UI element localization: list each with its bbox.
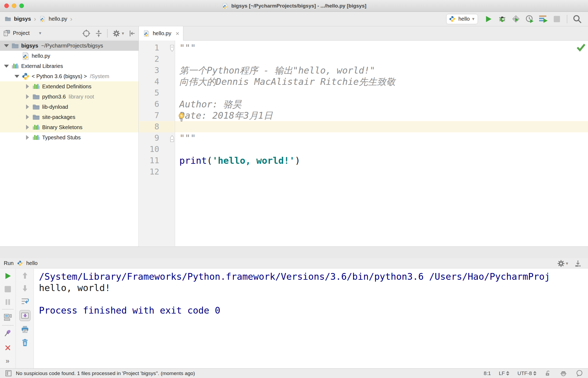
- window-title-icon: [222, 3, 228, 9]
- tree-label: python3.6: [42, 94, 66, 100]
- hide-panel-button[interactable]: [127, 28, 136, 38]
- tree-collapsed-arrow-icon[interactable]: [23, 94, 32, 99]
- run-button[interactable]: [484, 14, 493, 24]
- toolbar-divider: [567, 15, 567, 23]
- navigation-bar: bigsys › hello.py › hello ▾: [0, 12, 588, 26]
- project-tool-window: Project ▾ ▾ bigsys~/PycharmProjects/bigs…: [0, 26, 139, 246]
- project-tool-icon: [3, 30, 10, 37]
- run-configuration-selector[interactable]: hello ▾: [446, 14, 478, 24]
- tree-expanded-arrow-icon[interactable]: [13, 75, 21, 78]
- tree-collapsed-arrow-icon[interactable]: [23, 104, 32, 109]
- clear-all-button[interactable]: [21, 339, 29, 347]
- feedback-bubble-icon[interactable]: [575, 369, 583, 377]
- tree-collapsed-arrow-icon[interactable]: [23, 125, 32, 130]
- up-stack-trace-button[interactable]: [21, 271, 29, 279]
- search-everywhere-button[interactable]: [572, 14, 582, 24]
- down-stack-trace-button[interactable]: [21, 284, 29, 292]
- tree-collapsed-arrow-icon[interactable]: [23, 84, 32, 89]
- project-panel-title[interactable]: Project: [13, 30, 30, 36]
- tree-row[interactable]: hello.py: [0, 51, 139, 61]
- run-config-name[interactable]: hello: [26, 260, 38, 266]
- breadcrumb: bigsys › hello.py ›: [4, 12, 73, 26]
- line-number: 3: [154, 66, 159, 75]
- console-line: /System/Library/Frameworks/Python.framew…: [39, 271, 588, 282]
- pin-tab-button[interactable]: [4, 329, 12, 337]
- encoding-widget[interactable]: UTF-8: [517, 370, 536, 376]
- tree-collapsed-arrow-icon[interactable]: [23, 115, 32, 119]
- restore-layout-button[interactable]: [3, 313, 12, 322]
- settings-button[interactable]: [556, 259, 566, 268]
- settings-button[interactable]: [111, 28, 121, 38]
- code-line[interactable]: 第一个Python程序 - 输出"hello, world!": [175, 65, 588, 76]
- breadcrumb-item-file[interactable]: hello.py: [49, 16, 67, 22]
- breadcrumb-item-project[interactable]: bigsys: [14, 16, 31, 22]
- profiler-button[interactable]: [525, 14, 534, 24]
- hector-inspection-icon[interactable]: [560, 369, 567, 377]
- status-message: No suspicious code found. 1 files proces…: [16, 370, 195, 376]
- intention-bulb-icon[interactable]: [178, 112, 185, 123]
- code-line[interactable]: """: [175, 132, 588, 144]
- caret-position-widget[interactable]: 8:1: [484, 370, 491, 376]
- code-line[interactable]: Author: 骆昊: [175, 99, 588, 110]
- tree-row[interactable]: External Libraries: [0, 61, 139, 71]
- gutter-line: 1: [139, 42, 175, 53]
- console-line: [39, 293, 588, 305]
- code-line[interactable]: [175, 87, 588, 99]
- library-icon: [32, 82, 40, 90]
- more-options-button[interactable]: »: [6, 357, 10, 365]
- editor-tab-hello-py[interactable]: hello.py ×: [139, 26, 183, 41]
- tree-row[interactable]: site-packages: [0, 112, 139, 122]
- tree-label: site-packages: [42, 114, 75, 120]
- collapse-all-button[interactable]: [94, 28, 103, 38]
- debug-button[interactable]: [497, 14, 507, 24]
- toolwindow-toggle-icon[interactable]: [5, 370, 12, 377]
- code-line[interactable]: 向伟大的Dennis MacAlistair Ritchie先生致敬: [175, 76, 588, 87]
- tree-row[interactable]: python3.6library root: [0, 92, 139, 102]
- inspections-ok-icon[interactable]: [576, 43, 586, 53]
- window-titlebar: bigsys [~/PycharmProjects/bigsys] - .../…: [0, 0, 588, 12]
- run-with-coverage-button[interactable]: [511, 14, 521, 24]
- splitter-band[interactable]: [0, 246, 588, 258]
- stop-button[interactable]: [552, 14, 562, 24]
- pause-output-button[interactable]: [4, 298, 12, 306]
- tree-row[interactable]: Binary Skeletons: [0, 122, 139, 132]
- python-icon: [449, 16, 455, 22]
- code-line[interactable]: [175, 144, 588, 155]
- locate-file-button[interactable]: [81, 28, 91, 38]
- code-segment: Author: 骆昊: [179, 99, 242, 110]
- console-output[interactable]: /System/Library/Frameworks/Python.framew…: [34, 269, 588, 368]
- tree-collapsed-arrow-icon[interactable]: [23, 135, 32, 140]
- tree-expanded-arrow-icon[interactable]: [2, 65, 11, 68]
- code-line[interactable]: [175, 166, 588, 177]
- tree-row[interactable]: < Python 3.6 (bigsys) >/System: [0, 71, 139, 81]
- print-button[interactable]: [21, 325, 29, 333]
- hide-panel-button[interactable]: [573, 259, 583, 268]
- run-settings-group: ▾: [556, 259, 568, 268]
- tree-expanded-arrow-icon[interactable]: [2, 44, 11, 47]
- tree-row[interactable]: Typeshed Stubs: [0, 132, 139, 143]
- gutter-line: 3: [139, 65, 175, 76]
- code-area[interactable]: """第一个Python程序 - 输出"hello, world!"向伟大的De…: [175, 41, 588, 246]
- tree-row[interactable]: Extended Definitions: [0, 81, 139, 92]
- tree-row[interactable]: lib-dynload: [0, 102, 139, 112]
- code-line[interactable]: """: [175, 42, 588, 53]
- close-tab-icon[interactable]: ×: [176, 30, 179, 37]
- rerun-button[interactable]: [4, 272, 12, 280]
- code-line[interactable]: Date: 2018年3月1日: [175, 110, 588, 121]
- concurrency-diagram-button[interactable]: [538, 14, 548, 24]
- line-separator-widget[interactable]: LF: [499, 370, 509, 376]
- close-panel-button[interactable]: [4, 344, 12, 352]
- stop-button[interactable]: [4, 285, 12, 293]
- run-panel-header: Run hello ▾: [0, 258, 588, 268]
- tree-row[interactable]: bigsys~/PycharmProjects/bigsys: [0, 41, 139, 51]
- code-line[interactable]: print('hello, world!'): [175, 155, 588, 166]
- readonly-lock-icon[interactable]: [545, 370, 551, 377]
- breadcrumb-separator-icon: ›: [33, 15, 37, 23]
- soft-wrap-toggle[interactable]: [21, 297, 30, 306]
- main-toolbar: hello ▾: [446, 12, 582, 26]
- project-panel-header: Project ▾ ▾: [0, 26, 139, 40]
- code-line[interactable]: [175, 121, 588, 132]
- scroll-to-end-button[interactable]: [20, 310, 31, 321]
- code-line[interactable]: [175, 53, 588, 65]
- editor-area: hello.py × 123456789101112 """第一个Python程…: [139, 26, 588, 246]
